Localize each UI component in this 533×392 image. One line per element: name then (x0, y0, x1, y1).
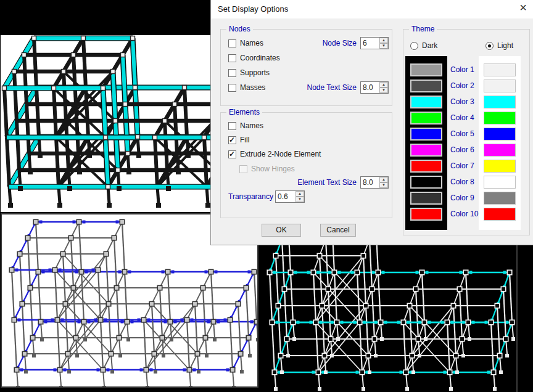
checkbox-box-icon: ✓ (228, 54, 236, 62)
light-swatch-8[interactable] (484, 176, 516, 189)
checkbox-extrude-2-node-element[interactable]: ✓ Extrude 2-Node Element (228, 149, 321, 159)
set-display-options-dialog: Set Display Options × Nodes ✓ Names ✓ Co… (210, 0, 533, 245)
checkbox-element-names[interactable]: ✓ Names (228, 121, 263, 131)
node-size-spinner[interactable]: 6 ▲▼ (360, 37, 389, 49)
light-swatch-4[interactable] (484, 112, 516, 125)
wireframe-dark-drawing (260, 245, 533, 392)
light-swatch-2[interactable] (484, 80, 516, 92)
dark-swatch-9[interactable] (410, 192, 442, 205)
radio-light[interactable]: Light (485, 41, 513, 51)
light-swatch-1[interactable] (484, 63, 516, 76)
checkbox-node-supports[interactable]: ✓ Supports (228, 68, 270, 78)
checkbox-show-hinges: ✓ Show Hinges (239, 164, 295, 174)
spin-down-icon[interactable]: ▼ (379, 182, 388, 188)
light-swatch-9[interactable] (484, 192, 516, 205)
checkbox-box-icon: ✓ (228, 69, 236, 77)
dark-swatch-6[interactable] (410, 144, 442, 157)
radio-circle-icon (410, 42, 418, 50)
nodes-group-label: Nodes (226, 25, 253, 33)
application-window: Set Display Options × Nodes ✓ Names ✓ Co… (0, 0, 533, 392)
ok-button[interactable]: OK (262, 224, 301, 237)
elements-group: Elements ✓ Names ✓ Fill ✓ Extrude 2-Node… (220, 112, 392, 218)
node-size-label: Node Size (292, 39, 357, 47)
light-swatch-3[interactable] (484, 96, 516, 108)
element-text-size-label: Element Text Size (261, 178, 357, 187)
checkbox-box-icon: ✓ (228, 84, 236, 92)
transparency-label: Transparancy (228, 192, 273, 201)
light-theme-swatch-panel (479, 56, 521, 230)
checkbox-fill[interactable]: ✓ Fill (228, 135, 249, 145)
spin-down-icon[interactable]: ▼ (295, 197, 304, 202)
elements-group-label: Elements (226, 108, 262, 116)
spin-up-icon[interactable]: ▲ (379, 38, 388, 43)
checkbox-box-icon: ✓ (228, 136, 236, 144)
dark-theme-swatch-panel (405, 56, 447, 230)
checkbox-box-icon: ✓ (228, 122, 236, 130)
spin-up-icon[interactable]: ▲ (295, 191, 304, 197)
dialog-titlebar[interactable]: Set Display Options × (211, 0, 533, 18)
dark-swatch-8[interactable] (410, 176, 442, 189)
light-swatch-7[interactable] (484, 160, 516, 173)
extruded-frame-drawing (1, 35, 210, 212)
model-view-extruded[interactable] (1, 35, 210, 212)
spin-down-icon[interactable]: ▼ (379, 43, 388, 49)
theme-group-label: Theme (409, 25, 437, 33)
spin-up-icon[interactable]: ▲ (379, 82, 388, 88)
dark-swatch-10[interactable] (410, 208, 442, 221)
cancel-button[interactable]: Cancel (320, 224, 356, 237)
dark-swatch-5[interactable] (410, 128, 442, 141)
spin-up-icon[interactable]: ▲ (379, 177, 388, 182)
node-text-size-label: Node Text Size (279, 83, 357, 92)
checkbox-node-names[interactable]: ✓ Names (228, 38, 263, 48)
node-text-size-spinner[interactable]: 8.0 ▲▼ (360, 81, 389, 94)
checkbox-box-icon: ✓ (228, 39, 236, 47)
checkbox-node-masses[interactable]: ✓ Masses (228, 83, 265, 92)
close-icon[interactable]: × (519, 1, 527, 15)
checkbox-node-coordinates[interactable]: ✓ Coordinates (228, 53, 280, 63)
radio-circle-icon (485, 42, 494, 50)
dark-swatch-2[interactable] (410, 80, 442, 92)
dark-swatch-3[interactable] (410, 96, 442, 108)
theme-group: Theme Dark Light Color 1Color 2Color 3Co… (403, 29, 530, 235)
radio-dark[interactable]: Dark (410, 41, 437, 51)
model-view-wireframe-dark[interactable] (260, 245, 533, 392)
light-swatch-5[interactable] (484, 128, 516, 141)
dark-swatch-1[interactable] (410, 63, 442, 76)
light-swatch-10[interactable] (484, 208, 516, 221)
checkbox-box-icon: ✓ (228, 150, 236, 158)
dark-swatch-4[interactable] (410, 112, 442, 125)
dialog-title: Set Display Options (218, 4, 288, 14)
nodes-group: Nodes ✓ Names ✓ Coordinates ✓ Supports ✓… (220, 29, 392, 106)
checkbox-box-icon: ✓ (239, 165, 247, 173)
transparency-spinner[interactable]: 0.6 ▲▼ (275, 190, 305, 203)
light-swatch-6[interactable] (484, 144, 516, 157)
dark-swatch-7[interactable] (410, 160, 442, 173)
element-text-size-spinner[interactable]: 8.0 ▲▼ (360, 176, 389, 189)
spin-down-icon[interactable]: ▼ (379, 88, 388, 93)
